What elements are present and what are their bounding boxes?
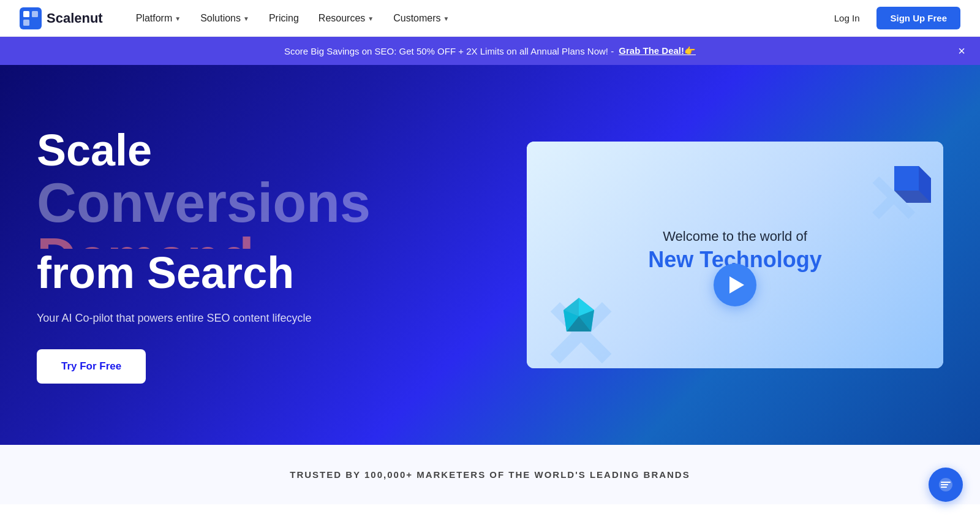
navbar: Scalenut Platform ▼ Solutions ▼ Pricing … — [0, 0, 980, 37]
video-text-line1: Welcome to the world of — [648, 229, 821, 244]
customers-chevron-icon: ▼ — [443, 15, 450, 22]
deco-gem — [557, 295, 600, 338]
svg-rect-1 — [23, 11, 29, 17]
nav-platform[interactable]: Platform ▼ — [127, 8, 189, 29]
signup-button[interactable]: Sign Up Free — [876, 7, 960, 29]
platform-chevron-icon: ▼ — [175, 15, 181, 22]
banner-close-icon[interactable]: × — [958, 45, 965, 57]
svg-marker-5 — [894, 166, 919, 191]
chat-icon — [937, 476, 954, 493]
hero-section: Scale Conversions Demand from Search You… — [0, 65, 980, 445]
hero-subtitle: Your AI Co-pilot that powers entire SEO … — [37, 312, 429, 325]
hero-cta-button[interactable]: Try For Free — [37, 349, 146, 384]
video-play-button[interactable] — [714, 263, 756, 306]
nav-links: Platform ▼ Solutions ▼ Pricing Resources… — [127, 8, 827, 29]
promo-banner: Score Big Savings on SEO: Get 50% OFF + … — [0, 37, 980, 65]
animated-word-conversions: Conversions — [37, 175, 429, 230]
hero-content: Scale Conversions Demand from Search You… — [37, 126, 453, 383]
logo-icon — [20, 7, 42, 29]
svg-rect-0 — [20, 7, 42, 29]
logo[interactable]: Scalenut — [20, 7, 103, 29]
logo-name: Scalenut — [47, 10, 103, 26]
login-button[interactable]: Log In — [827, 8, 867, 28]
resources-chevron-icon: ▼ — [368, 15, 374, 22]
trusted-section: TRUSTED BY 100,000+ MARKETERS OF THE WOR… — [0, 445, 980, 504]
animated-words: Conversions Demand — [37, 175, 429, 249]
nav-right: Log In Sign Up Free — [827, 7, 960, 29]
trusted-title: TRUSTED BY 100,000+ MARKETERS OF THE WOR… — [37, 469, 943, 480]
nav-pricing[interactable]: Pricing — [260, 8, 307, 29]
nav-resources[interactable]: Resources ▼ — [310, 8, 382, 29]
svg-rect-2 — [23, 20, 29, 26]
banner-deal-link[interactable]: Grab The Deal!👉 — [619, 45, 696, 56]
hero-headline: Scale Conversions Demand from Search — [37, 126, 429, 297]
chat-button[interactable] — [929, 468, 963, 502]
banner-text: Score Big Savings on SEO: Get 50% OFF + … — [284, 46, 616, 56]
hero-headline-suffix: from Search — [37, 248, 294, 297]
solutions-chevron-icon: ▼ — [243, 15, 249, 22]
hero-video-area: × × We — [453, 142, 943, 368]
svg-rect-3 — [32, 11, 38, 17]
nav-customers[interactable]: Customers ▼ — [385, 8, 458, 29]
hero-headline-prefix: Scale — [37, 126, 152, 175]
deco-3d-box — [882, 160, 931, 209]
animated-word-demand: Demand — [37, 230, 429, 249]
nav-solutions[interactable]: Solutions ▼ — [192, 8, 258, 29]
video-player[interactable]: × × We — [527, 142, 943, 368]
